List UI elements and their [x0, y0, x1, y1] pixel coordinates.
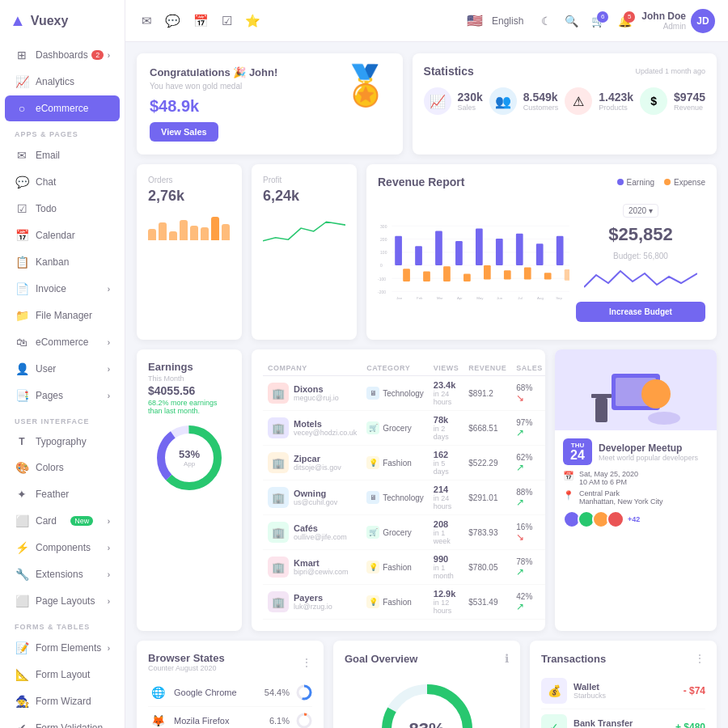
- cart-icon[interactable]: 🛒 6: [588, 11, 608, 31]
- bottom-row: Browser States Counter August 2020 ⋮ 🌐 G…: [137, 641, 717, 728]
- sidebar-item-colors[interactable]: 🎨 Colors: [5, 455, 120, 480]
- darkmode-icon[interactable]: ☾: [538, 11, 555, 31]
- sales-pct: 88%: [516, 488, 532, 497]
- email-header-icon[interactable]: ✉: [138, 11, 155, 32]
- company-icon: 🏢: [268, 522, 289, 543]
- views-number: 208: [434, 519, 459, 529]
- sidebar-item-formlayout[interactable]: 📐 Form Layout: [5, 662, 120, 688]
- user-menu[interactable]: John Doe Admin JD: [641, 9, 715, 33]
- revenue-chart-area: 300 200 100 0 -100 -200: [378, 197, 705, 328]
- products-label: Products: [599, 104, 633, 112]
- company-email: ditsoje@is.gov: [294, 463, 341, 472]
- sales-pct: 16%: [516, 523, 532, 531]
- search-icon[interactable]: 🔍: [561, 11, 582, 31]
- sidebar-item-formelements[interactable]: 📝 Form Elements ›: [5, 635, 120, 661]
- sales-pct: 97%: [516, 418, 532, 427]
- notif-badge: 5: [624, 11, 635, 23]
- company-icon: 🏢: [268, 383, 289, 404]
- transactions-menu-icon[interactable]: ⋮: [694, 652, 705, 665]
- sidebar-item-calendar[interactable]: 📅 Calendar: [5, 222, 120, 248]
- dashboards-badge: 2: [91, 50, 104, 60]
- company-info: Motels vecey@hodzi.co.uk: [294, 419, 357, 437]
- sidebar-item-formvalidation[interactable]: ✔ Form Validation: [5, 715, 120, 728]
- sidebar-item-invoice[interactable]: 📄 Invoice ›: [5, 276, 120, 302]
- bar-chart-container: 300 200 100 0 -100 -200: [378, 197, 569, 328]
- view-sales-button[interactable]: View Sales: [150, 122, 218, 142]
- orders-card: Orders 2,76k: [137, 164, 242, 340]
- svg-text:-200: -200: [378, 290, 386, 294]
- sidebar-item-typography[interactable]: T Typography: [5, 430, 120, 454]
- table-body: 🏢 Dixons meguc@ruj.io 🖥 Technology 23.4k…: [263, 376, 545, 620]
- revenue-title: Revenue Report: [378, 176, 464, 188]
- sidebar-item-label: Dashboards: [36, 49, 88, 61]
- todo-header-icon[interactable]: ☑: [218, 11, 235, 32]
- increase-budget-button[interactable]: Increase Budget: [576, 302, 705, 322]
- transaction-icon: ✓: [541, 714, 567, 728]
- goal-info-icon[interactable]: ℹ: [505, 652, 509, 665]
- sidebar-item-pages[interactable]: 📑 Pages ›: [5, 383, 120, 408]
- star-header-icon[interactable]: ⭐: [242, 11, 264, 32]
- statistics-card: Statistics Updated 1 month ago 📈 230k Sa…: [413, 53, 717, 154]
- donut-percentage: 53%: [179, 448, 200, 460]
- svg-rect-21: [403, 269, 410, 281]
- goal-title: Goal Overview: [345, 653, 417, 665]
- sidebar-item-label: Chat: [36, 176, 56, 188]
- col-revenue: REVENUE: [463, 361, 511, 376]
- ui-section-label: USER INTERFACE: [0, 409, 125, 429]
- notification-icon[interactable]: 🔔 5: [615, 11, 635, 31]
- chat-header-icon[interactable]: 💬: [162, 11, 184, 32]
- pagelayouts-icon: ⬜: [15, 595, 29, 607]
- calendar-header-icon[interactable]: 📅: [190, 11, 212, 32]
- sidebar-item-kanban[interactable]: 📋 Kanban: [5, 249, 120, 275]
- transaction-info: Wallet Starbucks: [574, 682, 677, 700]
- sidebar-item-extensions[interactable]: 🔧 Extensions ›: [5, 561, 120, 587]
- category-name: Grocery: [383, 424, 412, 433]
- apps-section-label: APPS & PAGES: [0, 122, 125, 142]
- revenue-stat-icon: $: [640, 87, 667, 115]
- svg-rect-20: [557, 236, 564, 265]
- chevron-icon: ›: [108, 544, 110, 552]
- svg-text:Jun: Jun: [497, 296, 503, 300]
- sidebar-item-todo[interactable]: ☑ Todo: [5, 196, 120, 222]
- sidebar-item-email[interactable]: ✉ Email: [5, 142, 120, 168]
- transactions-list: 💰 Wallet Starbucks - $74 ✓ Bank Transfer…: [541, 673, 705, 728]
- avatar-4: [607, 510, 624, 528]
- goal-card: Goal Overview ℹ 83%: [333, 641, 520, 728]
- event-title-col: Developer Meetup Meet world popular deve…: [599, 442, 698, 462]
- company-name: Owning: [294, 489, 337, 498]
- sidebar-item-ecommerce2[interactable]: 🛍 eCommerce ›: [5, 329, 120, 355]
- sidebar-item-label: Todo: [36, 203, 57, 214]
- company-info: Owning us@cuhil.gov: [294, 489, 337, 506]
- sidebar-item-formwizard[interactable]: 🧙 Form Wizard: [5, 688, 120, 714]
- browser-menu-icon[interactable]: ⋮: [301, 656, 312, 669]
- company-name: Zipcar: [294, 454, 341, 463]
- earnings-card: Earnings This Month $4055.56 68.2% more …: [137, 349, 242, 631]
- revenue-value: $291.01: [468, 493, 497, 502]
- orders-value: 2,76k: [148, 188, 231, 205]
- user-info: John Doe Admin: [641, 11, 686, 31]
- sidebar-item-analytics[interactable]: 📈 Analytics: [5, 69, 120, 95]
- bar-3: [169, 231, 177, 240]
- sidebar-item-ecommerce[interactable]: ○ eCommerce: [5, 95, 120, 121]
- sidebar-item-chat[interactable]: 💬 Chat: [5, 169, 120, 195]
- sidebar-item-label: User: [36, 363, 56, 375]
- svg-rect-15: [455, 241, 463, 265]
- sidebar-item-filemanager[interactable]: 📁 File Manager: [5, 303, 120, 328]
- email-icon: ✉: [15, 149, 29, 162]
- sidebar-item-pagelayouts[interactable]: ⬜ Page Layouts ›: [5, 588, 120, 614]
- language-text[interactable]: English: [492, 15, 523, 27]
- event-subtitle: Meet world popular developers: [599, 454, 698, 462]
- browser-percentage: 54.4%: [265, 688, 290, 697]
- category-icon: 🖥: [366, 387, 379, 400]
- year-select[interactable]: 2020 ▾: [623, 204, 658, 218]
- sidebar-item-user[interactable]: 👤 User ›: [5, 356, 120, 382]
- company-table-card: COMPANY CATEGORY VIEWS REVENUE SALES 🏢 D…: [252, 349, 545, 631]
- sidebar-item-dashboards[interactable]: ⊞ Dashboards 2 ›: [5, 42, 120, 68]
- sidebar-item-components[interactable]: ⚡ Components ›: [5, 535, 120, 561]
- sidebar-item-feather[interactable]: ✦ Feather: [5, 481, 120, 507]
- browser-icon: 🌐: [148, 683, 167, 702]
- sales-pct: 78%: [516, 557, 532, 566]
- feather-icon: ✦: [15, 488, 29, 501]
- views-number: 23.4k: [434, 380, 459, 390]
- sidebar-item-card[interactable]: ⬜ Card New ›: [5, 508, 120, 534]
